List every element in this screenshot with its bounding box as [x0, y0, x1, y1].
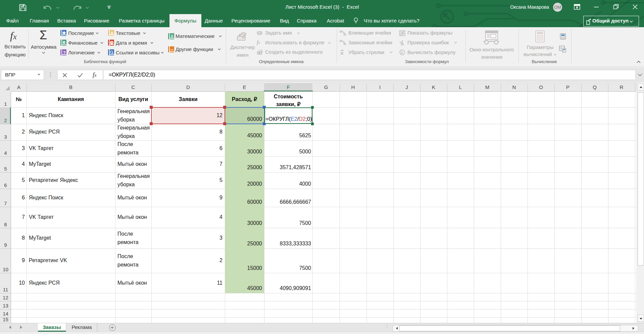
svg-text:fx: fx: [401, 51, 403, 54]
